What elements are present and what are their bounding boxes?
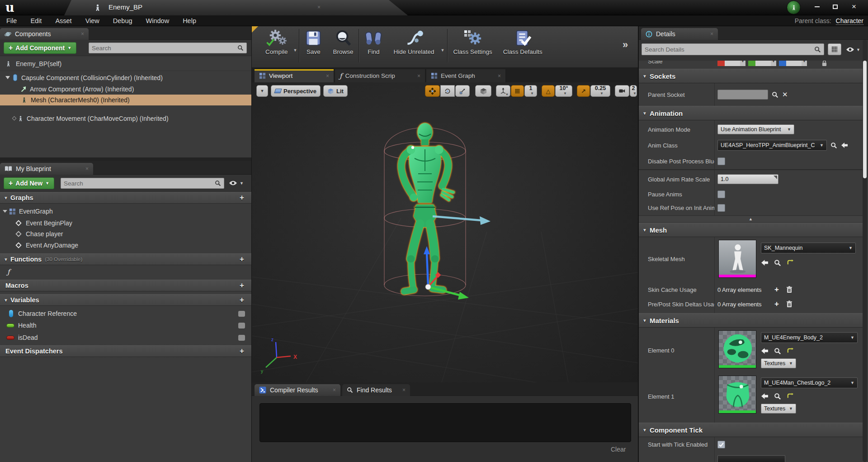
my-blueprint-search[interactable] <box>61 178 224 189</box>
section-event-dispatchers[interactable]: Event Dispatchers + <box>0 345 251 357</box>
pause-anims-checkbox[interactable] <box>717 191 725 198</box>
tab-find-results[interactable]: Find Results × <box>342 384 410 396</box>
use-ref-pose-checkbox[interactable] <box>717 204 725 212</box>
world-local-axis-button[interactable]: ▼ <box>496 85 510 97</box>
camera-speed-button[interactable] <box>615 85 629 97</box>
class-settings-button[interactable]: Class Settings <box>448 26 497 68</box>
rotation-snap-toggle[interactable]: △ <box>542 85 555 97</box>
section-animation[interactable]: ▼Animation <box>639 106 863 120</box>
rotation-snap-value-button[interactable]: 10°▼ <box>555 85 572 97</box>
menu-asset[interactable]: Asset <box>55 17 71 24</box>
anim-class-browse-icon[interactable] <box>830 142 837 149</box>
compile-button[interactable]: Compile <box>260 26 293 68</box>
animation-advanced-collapse[interactable]: ▲ <box>639 215 863 223</box>
asset-tab-enemy-bp[interactable]: Enemy_BP × <box>64 0 408 15</box>
variable-visibility-icon[interactable] <box>238 311 245 317</box>
row-event-anydamage[interactable]: Event AnyDamage <box>0 240 251 250</box>
viewport-tab-close-icon[interactable]: × <box>326 73 329 79</box>
rotate-mode-button[interactable] <box>440 85 455 97</box>
construction-tab-close-icon[interactable]: × <box>417 73 420 79</box>
anim-class-dropdown[interactable]: UE4ASP_HeroTPP_AnimBlueprint_C▼ <box>717 140 827 151</box>
compile-options-caret-icon[interactable]: ▼ <box>293 48 297 52</box>
scale-snap-toggle[interactable]: ↗ <box>577 85 590 97</box>
browse-asset-icon[interactable] <box>774 348 781 355</box>
display-filter-eye-icon[interactable] <box>846 47 854 52</box>
translate-mode-button[interactable] <box>425 85 440 97</box>
material-1-dropdown[interactable]: M_UE4Man_ChestLogo_2▼ <box>761 377 858 388</box>
variable-visibility-icon[interactable] <box>238 335 245 341</box>
hide-unrelated-button[interactable]: Hide Unrelated <box>388 26 439 68</box>
anim-class-use-selected-icon[interactable] <box>841 142 848 149</box>
tab-components[interactable]: Components × <box>0 28 89 40</box>
row-eventgraph[interactable]: EventGraph <box>0 206 251 216</box>
add-component-button[interactable]: +Add Component▼ <box>4 42 76 54</box>
add-variable-button[interactable]: + <box>240 295 244 305</box>
camera-speed-value-button[interactable]: 2▼ <box>630 85 637 97</box>
section-component-tick[interactable]: ▼Component Tick <box>639 423 863 437</box>
details-scrollbar-track[interactable] <box>863 40 867 462</box>
visibility-filter-eye-icon[interactable] <box>229 180 237 186</box>
tab-event-graph[interactable]: Event Graph × <box>426 69 506 82</box>
animation-mode-dropdown[interactable]: Use Animation Blueprint▼ <box>717 124 794 134</box>
row-variable-character-reference[interactable]: Character Reference <box>0 309 251 319</box>
scale-snap-value-button[interactable]: 0.25▼ <box>590 85 610 97</box>
find-button[interactable]: Find <box>359 26 388 68</box>
menu-window[interactable]: Window <box>146 17 170 24</box>
viewport-options-button[interactable]: ▼ <box>256 85 268 97</box>
browse-asset-icon[interactable] <box>774 393 781 400</box>
skeletal-mesh-thumbnail[interactable] <box>718 240 756 278</box>
tab-details[interactable]: Details × <box>641 28 718 40</box>
array-clear-trash-icon[interactable] <box>786 300 793 308</box>
material-0-thumbnail[interactable] <box>718 330 756 368</box>
browse-asset-icon[interactable] <box>774 259 781 267</box>
use-selected-icon[interactable] <box>761 259 769 267</box>
global-anim-rate-field[interactable]: 1.0 <box>717 174 778 184</box>
section-materials[interactable]: ▼Materials <box>639 313 863 328</box>
section-mesh[interactable]: ▼Mesh <box>639 223 863 237</box>
row-variable-health[interactable]: Health <box>0 320 251 330</box>
compiler-tab-close-icon[interactable]: × <box>333 387 336 393</box>
row-constructionscript[interactable]: ƒ <box>0 267 251 277</box>
tab-my-blueprint[interactable]: My Blueprint × <box>0 163 93 175</box>
array-add-icon[interactable]: + <box>774 285 779 294</box>
tree-row-capsule-component[interactable]: Capsule Component (CollisionCylinder) (I… <box>0 72 251 83</box>
tab-compiler-results[interactable]: Compiler Results × <box>255 384 340 396</box>
material-1-textures-dropdown[interactable]: Textures▼ <box>761 404 796 414</box>
section-functions[interactable]: ▼Functions (30 Overridable) + <box>0 253 251 265</box>
add-event-dispatcher-button[interactable]: + <box>240 347 244 356</box>
add-function-button[interactable]: + <box>240 255 244 264</box>
details-search[interactable] <box>642 43 824 55</box>
grid-snap-value-button[interactable]: 1▼ <box>524 85 537 97</box>
class-defaults-button[interactable]: Class Defaults <box>498 26 548 68</box>
start-tick-checkbox-checked[interactable] <box>717 441 725 448</box>
add-new-button[interactable]: +Add New▼ <box>4 177 54 189</box>
tree-row-arrow-component[interactable]: Arrow Component (Arrow) (Inherited) <box>0 84 251 94</box>
socket-browse-icon[interactable] <box>772 91 778 98</box>
socket-clear-icon[interactable]: ✕ <box>782 90 788 99</box>
components-tab-close-icon[interactable]: × <box>81 31 84 37</box>
menu-debug[interactable]: Debug <box>113 17 132 24</box>
row-variable-isdead[interactable]: isDead <box>0 333 251 343</box>
tree-row-character-movement[interactable]: Character Movement (CharMoveComp) (Inher… <box>0 113 251 124</box>
use-selected-icon[interactable] <box>761 392 769 400</box>
my-blueprint-tab-close-icon[interactable]: × <box>85 166 89 172</box>
clear-button[interactable]: Clear <box>611 446 626 453</box>
section-sockets[interactable]: ▼Sockets <box>639 69 863 83</box>
browse-button[interactable]: Browse <box>327 26 359 68</box>
reset-default-icon[interactable] <box>787 348 793 354</box>
row-event-beginplay[interactable]: Event BeginPlay <box>0 218 251 228</box>
reset-default-icon[interactable] <box>787 393 793 400</box>
disable-post-process-checkbox[interactable] <box>717 157 725 165</box>
tree-row-mesh-selected[interactable]: Mesh (CharacterMesh0) (Inherited) <box>0 95 251 105</box>
perspective-button[interactable]: Perspective <box>271 85 321 97</box>
toolbar-overflow-chevron[interactable]: » <box>623 39 628 51</box>
grid-snap-toggle[interactable] <box>511 85 524 97</box>
surface-snap-button[interactable] <box>475 85 491 97</box>
components-search-input[interactable] <box>92 45 237 52</box>
add-graph-button[interactable]: + <box>240 193 244 202</box>
find-results-tab-close-icon[interactable]: × <box>402 387 406 393</box>
scale-mode-button[interactable] <box>455 85 470 97</box>
visibility-filter-caret-icon[interactable]: ▼ <box>240 181 244 186</box>
material-0-textures-dropdown[interactable]: Textures▼ <box>761 358 796 368</box>
section-graphs[interactable]: ▼Graphs + <box>0 192 251 204</box>
